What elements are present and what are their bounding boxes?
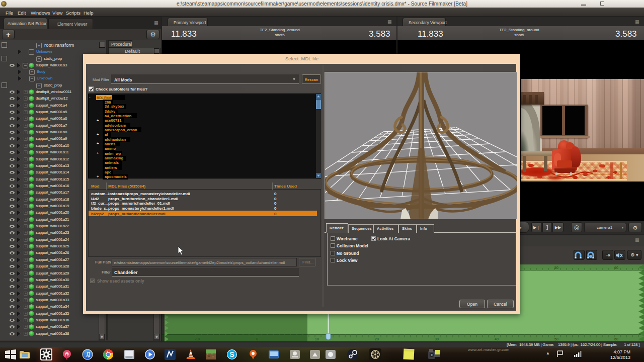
svg-text:50: 50: [554, 337, 558, 341]
svg-text:20: 20: [375, 337, 379, 341]
svg-text:0: 0: [256, 337, 258, 341]
svg-text:-10: -10: [195, 337, 200, 341]
svg-text:50: 50: [554, 266, 558, 269]
svg-text:60: 60: [614, 266, 618, 269]
svg-text:S: S: [229, 350, 234, 358]
svg-text:10: 10: [315, 337, 319, 341]
svg-text:60: 60: [614, 337, 618, 341]
svg-text:40: 40: [495, 337, 499, 341]
svg-text:30: 30: [435, 337, 439, 341]
